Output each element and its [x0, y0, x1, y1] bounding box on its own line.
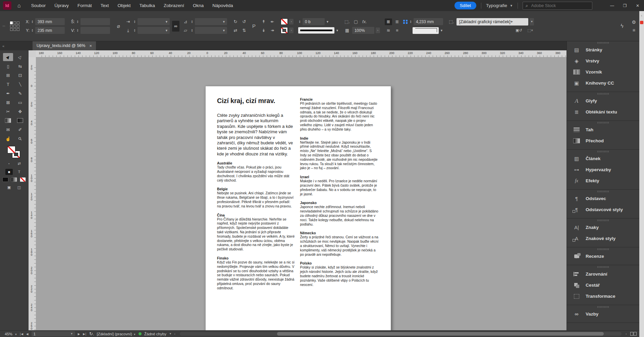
gradient-feather-tool[interactable]: ▨: [15, 116, 25, 125]
zoom-level-dropdown[interactable]: 45% ▼: [5, 332, 17, 336]
panel-drag-dots[interactable]: [567, 121, 639, 124]
opacity-options-button[interactable]: ›: [376, 28, 380, 33]
x-field[interactable]: 393 mm: [35, 18, 65, 25]
select-previous-object-icon[interactable]: ↟: [260, 18, 267, 25]
panel-drag-dots[interactable]: [567, 150, 639, 153]
app-badge-icon[interactable]: [640, 21, 643, 24]
eyedropper-tool[interactable]: ✐: [15, 126, 25, 134]
fill-swatch[interactable]: [281, 18, 288, 25]
page-number-field[interactable]: 1▼: [32, 331, 75, 336]
apply-none-button[interactable]: [20, 177, 26, 182]
menu-item[interactable]: Soubor: [27, 3, 50, 8]
rectangle-frame-tool[interactable]: ⊠: [3, 98, 13, 106]
panel-drag-dots[interactable]: [567, 92, 639, 95]
previous-page-button[interactable]: ◀: [26, 332, 29, 336]
stroke-weight-field[interactable]: 0 b: [303, 18, 325, 25]
document-tab[interactable]: Upravy_textu.indd @ 56% ×: [33, 41, 96, 50]
adobe-stock-search[interactable]: ⌕: [523, 2, 592, 10]
rectangle-tool[interactable]: ▭: [15, 98, 25, 106]
constrain-link-button[interactable]: ∞: [172, 21, 179, 32]
scale-y-stepper[interactable]: ▲▼: [133, 29, 136, 32]
panel-gradient[interactable]: Přechod: [567, 135, 639, 146]
preflight-icon[interactable]: ↻.: [89, 331, 94, 336]
apply-gradient-button[interactable]: [11, 177, 17, 182]
rotate-cw-icon[interactable]: ↻: [232, 18, 239, 25]
object-style-dropdown[interactable]: [Základní grafický rámeček]+: [457, 18, 528, 26]
select-next-object-icon[interactable]: ↡: [260, 27, 267, 34]
panel-drag-dots[interactable]: [567, 265, 639, 269]
preflight-status-text[interactable]: Žádné chyby: [144, 332, 166, 336]
horizontal-ruler[interactable]: 1801601401201008060402002040608010012014…: [36, 50, 568, 57]
leading-field[interactable]: 4,233 mm: [414, 18, 443, 25]
menu-item[interactable]: Text: [96, 3, 113, 8]
height-stepper[interactable]: ▲▼: [76, 29, 79, 32]
panel-drag-dots[interactable]: [567, 219, 639, 222]
canvas-pasteboard[interactable]: Cizí kraj, cizí mrav. Ctěte zvyky zahran…: [36, 57, 568, 331]
wrap-jump-button[interactable]: ≡: [393, 27, 401, 34]
stock-search-input[interactable]: [531, 3, 576, 8]
horizontal-scrollbar[interactable]: [180, 332, 622, 336]
scroll-left-icon[interactable]: ‹: [174, 332, 176, 336]
type-tool[interactable]: T: [3, 80, 13, 88]
menu-item[interactable]: Nápověda: [208, 3, 237, 8]
y-stepper[interactable]: ▲▼: [31, 29, 34, 32]
rectangle-corner-icon[interactable]: ▢: [352, 18, 360, 25]
x-stepper[interactable]: ▲▼: [31, 20, 34, 23]
panel-review[interactable]: Recenze: [567, 251, 639, 262]
stroke-swatch[interactable]: [281, 27, 288, 34]
home-icon[interactable]: ⌂: [17, 3, 21, 9]
preflight-menu-chevron[interactable]: ▼: [169, 332, 172, 335]
panel-align[interactable]: Zarovnání: [567, 269, 639, 280]
first-page-button[interactable]: |◀: [20, 332, 23, 336]
wrap-none-button[interactable]: ≣: [385, 18, 392, 25]
flip-horizontal-icon[interactable]: ⇄: [232, 27, 239, 34]
select-content-icon[interactable]: ↞: [269, 18, 276, 25]
stroke-weight-dropdown[interactable]: ▼: [326, 20, 329, 23]
select-last-object-icon[interactable]: ↠: [269, 27, 276, 34]
gradient-swatch-tool[interactable]: ▥: [3, 116, 13, 125]
swap-fill-stroke-icon[interactable]: ⇄: [15, 160, 23, 166]
scale-y-combo[interactable]: ▼: [138, 27, 170, 34]
share-button[interactable]: Sdílet: [454, 2, 476, 9]
fill-options-button[interactable]: ›: [289, 19, 293, 25]
default-fill-stroke-icon[interactable]: ▪: [5, 160, 13, 166]
panel-links[interactable]: ∞Vazby: [567, 308, 639, 320]
workspace-switcher[interactable]: Typografie ▼: [486, 3, 513, 8]
note-tool[interactable]: ✉: [3, 126, 13, 134]
wrap-bounding-box-button[interactable]: ≣: [393, 18, 401, 25]
panel-drag-dots[interactable]: [567, 41, 639, 44]
hand-tool[interactable]: ☝: [3, 135, 13, 143]
fill-stroke-widget[interactable]: [7, 146, 21, 158]
panel-character[interactable]: A|Znaky: [567, 222, 639, 233]
chevron-left-icon[interactable]: ‹: [641, 14, 642, 17]
scrollbar-thumb[interactable]: [277, 332, 604, 336]
spread-view-icon[interactable]: [630, 332, 637, 336]
constrain-broken-icon[interactable]: ⌀: [115, 23, 122, 30]
pencil-tool[interactable]: ✎: [15, 89, 25, 97]
tab-close-icon[interactable]: ×: [89, 43, 92, 48]
panel-glyphs[interactable]: AGlyfy: [567, 95, 639, 106]
preflight-profile-dropdown[interactable]: [Základní] (pracovní) ▼: [97, 332, 136, 336]
frame-fitting-icon[interactable]: [403, 20, 408, 24]
object-style-chevron[interactable]: ▼: [530, 18, 534, 26]
content-collector-tool[interactable]: ⊞: [3, 71, 13, 79]
corner-options-icon[interactable]: ⬚.: [343, 18, 351, 25]
panel-drag-dots[interactable]: [567, 247, 639, 251]
shear-stepper[interactable]: ▲▼: [191, 29, 194, 32]
document-page[interactable]: Cizí kraj, cizí mrav. Ctěte zvyky zahran…: [205, 86, 391, 331]
panel-grip[interactable]: ⁞⁞⁞: [2, 25, 5, 27]
panel-character-styles[interactable]: AZnakové styly: [567, 233, 639, 244]
scroll-right-icon[interactable]: ›: [626, 332, 627, 336]
last-page-button[interactable]: ▶|: [83, 332, 87, 336]
panel-layers[interactable]: ◈Vrstvy: [567, 55, 639, 66]
reference-point-grid[interactable]: [10, 21, 19, 31]
gear-icon[interactable]: ⚙: [632, 19, 636, 25]
leading-stepper[interactable]: ▲▼: [409, 20, 412, 23]
rotation-combo[interactable]: ▼: [195, 18, 227, 25]
collapse-panels-icon[interactable]: «: [2, 44, 33, 48]
rotate-ccw-icon[interactable]: ↺: [240, 18, 248, 25]
menu-item[interactable]: Objekt: [113, 3, 135, 8]
panel-drag-dots[interactable]: [567, 305, 639, 308]
scale-x-stepper[interactable]: ▲▼: [133, 20, 136, 23]
corner-shape-dropdown[interactable]: [413, 27, 439, 34]
